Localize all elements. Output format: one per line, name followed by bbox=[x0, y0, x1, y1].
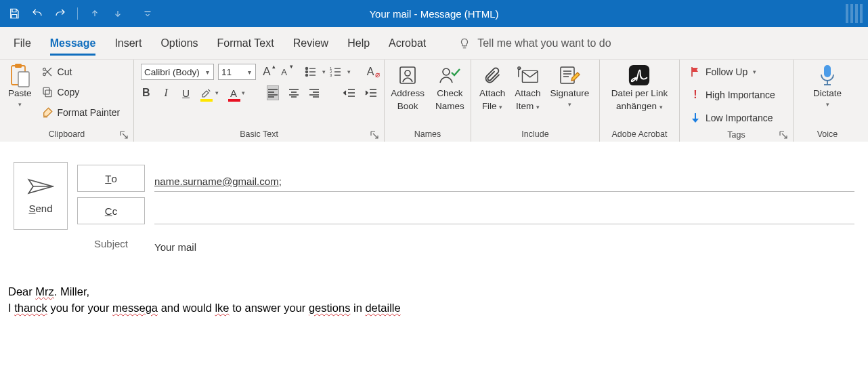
copy-label: Copy bbox=[58, 87, 80, 98]
font-name-combo[interactable]: Calibri (Body) ▾ bbox=[141, 64, 214, 80]
decrease-indent-button[interactable] bbox=[343, 85, 355, 100]
align-right-button[interactable] bbox=[309, 85, 320, 100]
adobe-l2: anhängen bbox=[616, 101, 657, 111]
tab-review[interactable]: Review bbox=[293, 33, 328, 54]
grow-font-button[interactable]: A▴ bbox=[260, 64, 274, 79]
undo-icon[interactable] bbox=[31, 7, 43, 20]
high-importance-button[interactable]: ! High Importance bbox=[687, 87, 778, 103]
cut-button[interactable]: Cut bbox=[39, 64, 123, 80]
high-importance-icon: ! bbox=[689, 89, 701, 101]
dictate-button[interactable]: Dictate ▾ bbox=[809, 62, 846, 110]
dialog-launcher-icon[interactable] bbox=[120, 131, 129, 140]
font-color-button[interactable]: A bbox=[228, 85, 238, 100]
microphone-icon bbox=[816, 64, 839, 87]
check-names-icon bbox=[438, 64, 461, 87]
chevron-down-icon[interactable]: ▾ bbox=[242, 89, 245, 96]
bold-button[interactable]: B bbox=[141, 85, 151, 100]
chevron-down-icon: ▾ bbox=[244, 68, 253, 76]
to-field[interactable]: name.surname@gmail.com; bbox=[154, 165, 854, 192]
title-bar: Your mail - Message (HTML) bbox=[0, 0, 868, 27]
attach-item-button[interactable]: Attach Item ▾ bbox=[511, 62, 544, 114]
tab-insert[interactable]: Insert bbox=[114, 33, 142, 54]
cc-button[interactable]: Cc bbox=[77, 197, 145, 224]
svg-point-41 bbox=[518, 67, 521, 70]
cc-label-rest: c bbox=[112, 205, 118, 217]
tell-me-search[interactable]: Tell me what you want to do bbox=[458, 37, 611, 49]
group-basic-text: Calibri (Body) ▾ 11 ▾ A▴ A▾ ▾ 12 bbox=[134, 60, 385, 142]
tab-help[interactable]: Help bbox=[347, 33, 370, 54]
shrink-font-button[interactable]: A▾ bbox=[278, 64, 291, 79]
redo-icon[interactable] bbox=[54, 7, 66, 20]
send-button[interactable]: Send bbox=[14, 162, 68, 230]
address-book-l1: Address bbox=[391, 88, 425, 100]
tab-options[interactable]: Options bbox=[160, 33, 198, 54]
align-left-button[interactable] bbox=[267, 85, 279, 100]
bullets-button[interactable] bbox=[305, 64, 318, 79]
misspelled-word: thanck bbox=[14, 302, 47, 314]
tell-me-placeholder: Tell me what you want to do bbox=[477, 37, 611, 49]
follow-up-button[interactable]: Follow Up ▾ bbox=[687, 64, 778, 80]
scissors-icon bbox=[41, 66, 53, 78]
cc-field[interactable] bbox=[154, 197, 854, 224]
tab-acrobat[interactable]: Acrobat bbox=[389, 33, 426, 54]
paste-icon bbox=[8, 64, 31, 87]
group-tags: Follow Up ▾ ! High Importance Low Import… bbox=[680, 60, 794, 142]
highlight-button[interactable] bbox=[200, 85, 213, 100]
flag-icon bbox=[689, 66, 701, 78]
low-importance-icon bbox=[689, 112, 701, 124]
customize-qat-icon[interactable] bbox=[142, 7, 154, 20]
attach-file-l2: File bbox=[482, 101, 497, 111]
address-book-l2: Book bbox=[397, 101, 418, 113]
format-painter-button[interactable]: Format Painter bbox=[39, 104, 123, 121]
address-book-icon bbox=[396, 64, 419, 87]
low-importance-label: Low Importance bbox=[706, 113, 773, 123]
group-include: Attach File ▾ Attach Item ▾ Signature ▾ … bbox=[471, 60, 600, 142]
font-size-combo[interactable]: 11 ▾ bbox=[218, 64, 256, 80]
svg-text:3: 3 bbox=[330, 73, 332, 77]
tab-format-text[interactable]: Format Text bbox=[217, 33, 274, 54]
chevron-down-icon[interactable]: ▾ bbox=[347, 68, 351, 75]
group-clipboard: Paste ▾ Cut Copy bbox=[0, 60, 134, 142]
save-icon[interactable] bbox=[8, 7, 20, 20]
copy-button[interactable]: Copy bbox=[39, 84, 123, 100]
group-label-clipboard: Clipboard bbox=[49, 129, 85, 139]
message-body[interactable]: Dear Mrz. Miller, I thanck you for your … bbox=[0, 260, 868, 317]
dialog-launcher-icon[interactable] bbox=[370, 131, 380, 140]
misspelled-word: lke bbox=[215, 302, 229, 314]
numbering-button[interactable]: 123 bbox=[330, 64, 343, 79]
paste-button[interactable]: Paste ▾ bbox=[4, 62, 36, 110]
check-names-button[interactable]: Check Names bbox=[431, 62, 469, 114]
tab-file[interactable]: File bbox=[14, 33, 31, 54]
dictate-label: Dictate bbox=[813, 88, 842, 100]
svg-point-7 bbox=[306, 68, 308, 70]
subject-field[interactable]: Your mail bbox=[154, 230, 854, 257]
chevron-down-icon: ▾ bbox=[659, 104, 663, 110]
chevron-down-icon[interactable]: ▾ bbox=[322, 68, 326, 75]
group-label-tags: Tags bbox=[727, 130, 745, 140]
align-center-button[interactable] bbox=[288, 85, 299, 100]
attach-file-button[interactable]: Attach File ▾ bbox=[475, 62, 509, 114]
svg-point-4 bbox=[43, 73, 45, 76]
low-importance-button[interactable]: Low Importance bbox=[687, 110, 778, 126]
address-book-button[interactable]: Address Book bbox=[387, 62, 429, 114]
dialog-launcher-icon[interactable] bbox=[779, 131, 789, 140]
chevron-down-icon: ▾ bbox=[826, 101, 829, 108]
clear-formatting-button[interactable]: A⌀ bbox=[364, 64, 377, 79]
adobe-attach-link-button[interactable]: Datei per Link anhängen ▾ bbox=[607, 62, 672, 114]
underline-button[interactable]: U bbox=[181, 85, 191, 100]
down-arrow-icon[interactable] bbox=[112, 7, 124, 20]
svg-rect-1 bbox=[15, 64, 22, 68]
subject-value: Your mail bbox=[154, 241, 196, 253]
to-button[interactable]: To bbox=[77, 165, 145, 192]
chevron-down-icon[interactable]: ▾ bbox=[215, 89, 219, 96]
signature-button[interactable]: Signature ▾ bbox=[546, 62, 594, 110]
up-arrow-icon[interactable] bbox=[89, 7, 101, 20]
svg-rect-46 bbox=[629, 65, 649, 85]
paperclip-icon bbox=[481, 64, 504, 87]
tab-message[interactable]: Message bbox=[50, 33, 96, 56]
send-label: end bbox=[35, 203, 52, 214]
italic-button[interactable]: I bbox=[160, 85, 171, 100]
increase-indent-button[interactable] bbox=[365, 85, 377, 100]
font-name-value: Calibri (Body) bbox=[144, 67, 202, 77]
attach-item-l2: Item bbox=[516, 101, 534, 111]
